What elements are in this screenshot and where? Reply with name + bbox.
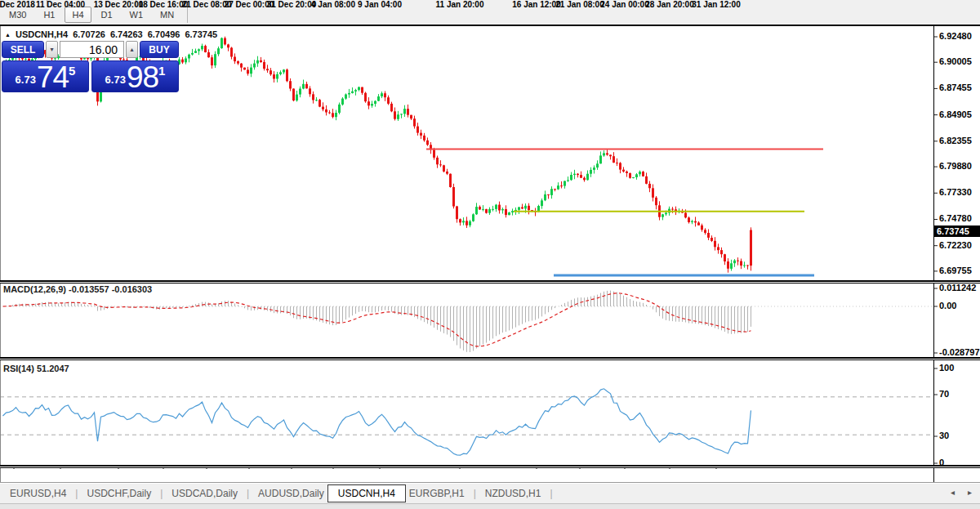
candle-body[interactable] <box>312 94 314 100</box>
candle-body[interactable] <box>381 93 383 96</box>
candle-body[interactable] <box>645 176 648 184</box>
tab-usdcad[interactable]: USDCAD,Daily <box>168 486 241 501</box>
candle-body[interactable] <box>639 172 641 174</box>
candle-body[interactable] <box>472 214 474 221</box>
candle-body[interactable] <box>648 184 651 188</box>
candle-body[interactable] <box>449 174 452 187</box>
candle-body[interactable] <box>185 59 187 63</box>
candle-body[interactable] <box>586 174 589 181</box>
candle-body[interactable] <box>446 172 448 174</box>
candle-body[interactable] <box>730 263 733 269</box>
candle-body[interactable] <box>194 51 197 53</box>
candle-body[interactable] <box>606 153 608 154</box>
candle-body[interactable] <box>544 194 546 200</box>
volume-increase-button[interactable]: ▴ <box>126 41 138 58</box>
candle-body[interactable] <box>547 194 550 195</box>
candle-body[interactable] <box>482 209 484 210</box>
volume-input[interactable]: 16.00 <box>60 41 124 58</box>
candle-body[interactable] <box>564 181 566 186</box>
candle-body[interactable] <box>315 100 318 100</box>
candle-body[interactable] <box>652 188 654 198</box>
candle-body[interactable] <box>279 72 282 74</box>
candle-body[interactable] <box>743 266 746 266</box>
candle-body[interactable] <box>368 101 370 105</box>
candle-body[interactable] <box>403 109 406 114</box>
candle-body[interactable] <box>296 95 298 100</box>
candle-body[interactable] <box>283 69 285 72</box>
candle-body[interactable] <box>256 60 259 64</box>
candle-body[interactable] <box>459 219 461 222</box>
sell-button[interactable]: SELL <box>2 41 44 58</box>
candle-body[interactable] <box>488 209 491 213</box>
candle-body[interactable] <box>423 136 425 141</box>
buy-button[interactable]: BUY <box>140 41 179 58</box>
candle-body[interactable] <box>198 49 200 51</box>
candle-body[interactable] <box>220 38 223 49</box>
candle-body[interactable] <box>697 222 700 225</box>
candle-body[interactable] <box>341 99 344 105</box>
candle-body[interactable] <box>433 150 435 158</box>
candle-body[interactable] <box>217 48 220 54</box>
candle-body[interactable] <box>619 163 621 169</box>
candle-body[interactable] <box>394 111 396 118</box>
candle-body[interactable] <box>361 87 363 93</box>
candle-body[interactable] <box>501 209 504 210</box>
candle-body[interactable] <box>684 213 687 218</box>
candle-body[interactable] <box>191 53 194 55</box>
candle-body[interactable] <box>622 170 625 172</box>
candle-body[interactable] <box>181 60 184 63</box>
candle-body[interactable] <box>710 238 713 241</box>
candle-body[interactable] <box>704 230 706 233</box>
candle-body[interactable] <box>322 107 324 109</box>
candle-body[interactable] <box>518 208 520 210</box>
candle-body[interactable] <box>524 206 527 209</box>
candle-body[interactable] <box>286 69 288 81</box>
collapse-panel-icon[interactable]: ▲ <box>5 32 11 38</box>
candle-body[interactable] <box>570 175 572 180</box>
candle-body[interactable] <box>413 118 416 126</box>
candle-body[interactable] <box>400 114 403 114</box>
candle-body[interactable] <box>508 212 510 215</box>
candle-body[interactable] <box>292 89 295 101</box>
candle-body[interactable] <box>335 113 337 117</box>
candle-body[interactable] <box>270 70 272 74</box>
candle-body[interactable] <box>214 54 216 65</box>
candle-body[interactable] <box>733 261 736 264</box>
candle-body[interactable] <box>505 209 507 215</box>
candle-body[interactable] <box>240 64 243 68</box>
candle-body[interactable] <box>338 105 341 113</box>
tab-eurgbp[interactable]: EURGBP,H1 <box>406 486 468 501</box>
candle-body[interactable] <box>662 214 664 217</box>
candle-body[interactable] <box>328 113 331 114</box>
candle-body[interactable] <box>599 155 602 163</box>
candle-body[interactable] <box>439 164 442 165</box>
candle-body[interactable] <box>384 93 386 97</box>
volume-decrease-button[interactable]: ▾ <box>46 41 58 58</box>
candle-body[interactable] <box>201 46 203 49</box>
candle-body[interactable] <box>211 57 213 65</box>
tabs-scroll-left-icon[interactable]: ◂ <box>951 488 955 497</box>
candle-body[interactable] <box>714 241 716 248</box>
candle-body[interactable] <box>603 153 605 155</box>
tab-usdcnh[interactable]: USDCNH,H4 <box>327 484 406 502</box>
candle-body[interactable] <box>407 109 409 115</box>
candle-body[interactable] <box>521 208 523 209</box>
candle-body[interactable] <box>469 221 471 225</box>
candle-body[interactable] <box>671 209 674 210</box>
sell-price-box[interactable]: 6.73 74 5 <box>2 60 89 92</box>
candle-body[interactable] <box>479 207 481 209</box>
candle-body[interactable] <box>371 104 373 105</box>
candle-body[interactable] <box>390 104 393 111</box>
candle-body[interactable] <box>436 158 439 164</box>
candle-body[interactable] <box>234 57 236 62</box>
candle-body[interactable] <box>612 156 615 163</box>
candle-body[interactable] <box>635 174 638 177</box>
tab-usdchf[interactable]: USDCHF,Daily <box>83 486 154 501</box>
candle-body[interactable] <box>550 189 553 195</box>
buy-price-box[interactable]: 6.73 98 1 <box>91 60 179 92</box>
candle-body[interactable] <box>609 155 612 157</box>
candle-body[interactable] <box>318 100 321 106</box>
candle-body[interactable] <box>462 221 465 222</box>
candle-body[interactable] <box>492 209 494 210</box>
candle-body[interactable] <box>250 68 252 74</box>
